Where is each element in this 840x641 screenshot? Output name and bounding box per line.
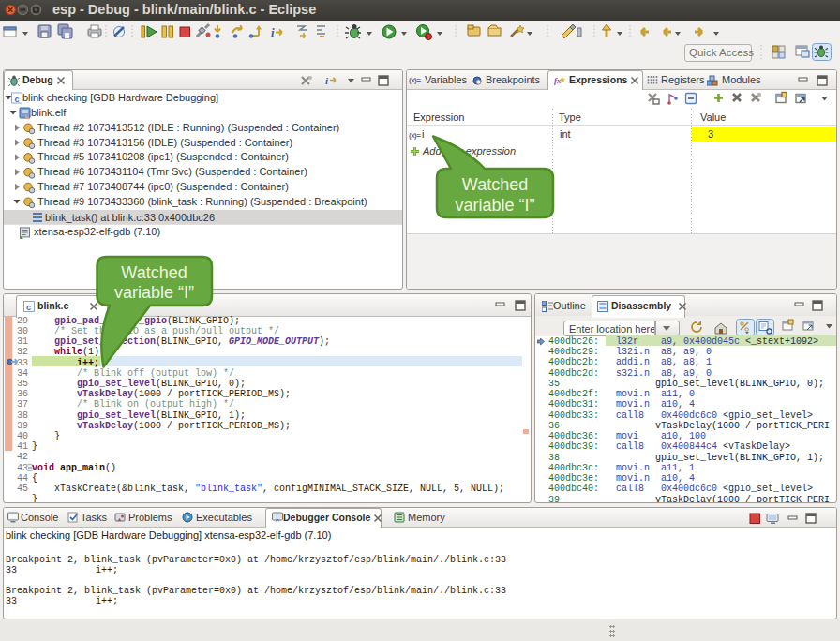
svg-text:i: i (325, 75, 329, 86)
svg-text:c: c (15, 95, 20, 104)
svg-text:fx: fx (554, 76, 562, 85)
svg-text:c: c (26, 303, 31, 312)
svg-text:i: i (271, 25, 275, 39)
